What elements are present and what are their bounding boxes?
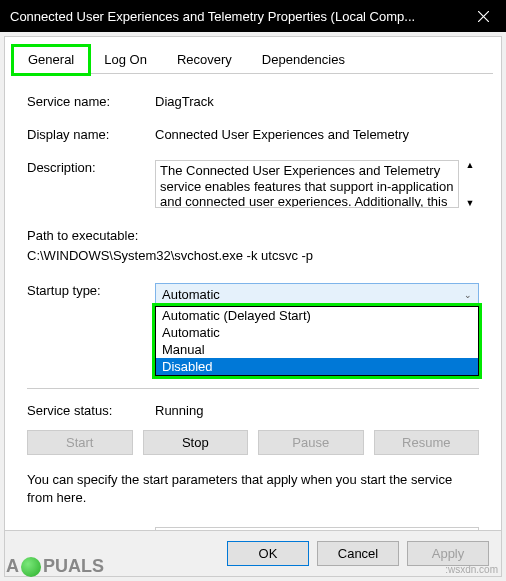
tab-general[interactable]: General <box>13 46 89 74</box>
close-icon <box>478 11 489 22</box>
startup-type-selected: Automatic <box>162 287 220 302</box>
watermark-brand: A PUALS <box>6 556 104 577</box>
start-button: Start <box>27 430 133 455</box>
chevron-down-icon: ⌄ <box>464 290 472 300</box>
path-value: C:\WINDOWS\System32\svchost.exe -k utcsv… <box>27 246 479 266</box>
startup-type-label: Startup type: <box>27 283 155 298</box>
option-automatic-delayed[interactable]: Automatic (Delayed Start) <box>156 307 478 324</box>
scroll-down-icon[interactable]: ▼ <box>461 198 479 208</box>
tab-dependencies[interactable]: Dependencies <box>247 46 360 74</box>
path-label: Path to executable: <box>27 226 479 246</box>
titlebar: Connected User Experiences and Telemetry… <box>0 0 506 32</box>
option-disabled[interactable]: Disabled <box>156 358 478 375</box>
close-button[interactable] <box>460 0 506 32</box>
service-status-value: Running <box>155 403 479 418</box>
tab-logon[interactable]: Log On <box>89 46 162 74</box>
pause-button: Pause <box>258 430 364 455</box>
resume-button: Resume <box>374 430 480 455</box>
divider <box>27 388 479 389</box>
watermark-source: :wsxdn.com <box>445 564 498 575</box>
option-automatic[interactable]: Automatic <box>156 324 478 341</box>
tab-bar: General Log On Recovery Dependencies <box>5 37 501 73</box>
cancel-button[interactable]: Cancel <box>317 541 399 566</box>
tab-recovery[interactable]: Recovery <box>162 46 247 74</box>
window-title: Connected User Experiences and Telemetry… <box>10 9 460 24</box>
scroll-up-icon[interactable]: ▲ <box>461 160 479 170</box>
option-manual[interactable]: Manual <box>156 341 478 358</box>
startup-type-dropdown: Automatic (Delayed Start) Automatic Manu… <box>155 306 479 376</box>
description-text[interactable]: The Connected User Experiences and Telem… <box>155 160 459 208</box>
stop-button[interactable]: Stop <box>143 430 249 455</box>
display-name-label: Display name: <box>27 127 155 142</box>
startup-type-select[interactable]: Automatic ⌄ <box>155 283 479 306</box>
service-name-value: DiagTrack <box>155 94 479 109</box>
service-status-label: Service status: <box>27 403 155 418</box>
help-text: You can specify the start parameters tha… <box>27 471 479 507</box>
description-label: Description: <box>27 160 155 175</box>
apply-button: Apply <box>407 541 489 566</box>
brand-ball-icon <box>21 557 41 577</box>
display-name-value: Connected User Experiences and Telemetry <box>155 127 479 142</box>
service-name-label: Service name: <box>27 94 155 109</box>
ok-button[interactable]: OK <box>227 541 309 566</box>
tab-panel-general: Service name: DiagTrack Display name: Co… <box>13 73 493 579</box>
description-scrollbar[interactable]: ▲ ▼ <box>461 160 479 208</box>
dialog-content: General Log On Recovery Dependencies Ser… <box>4 36 502 577</box>
